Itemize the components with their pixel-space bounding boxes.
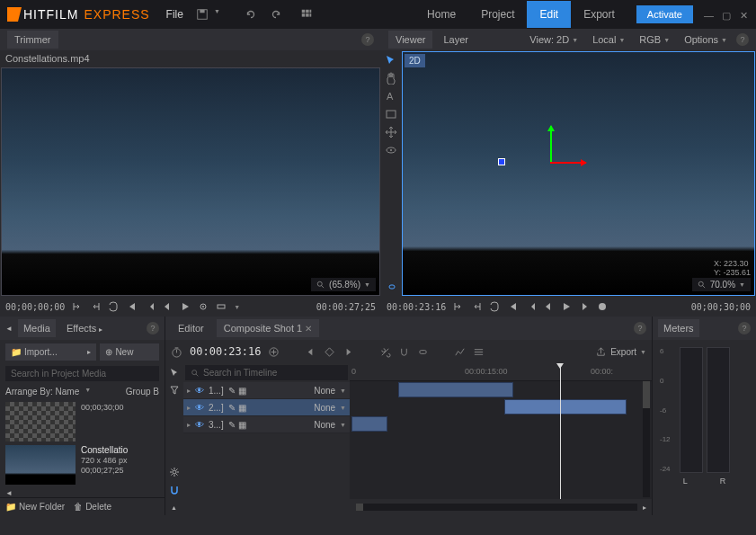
undo-icon[interactable]: [245, 8, 257, 21]
view-mode-dropdown[interactable]: View: 2D▼: [524, 32, 583, 47]
rgb-dropdown[interactable]: RGB▼: [634, 32, 675, 47]
step-back-icon[interactable]: [543, 301, 554, 312]
local-dropdown[interactable]: Local▼: [587, 32, 630, 47]
timeline-track[interactable]: ▸ 👁 3...] ✎▦ None ▼: [183, 416, 350, 433]
close-icon[interactable]: ✕: [740, 10, 749, 19]
zoom-icon[interactable]: [698, 281, 707, 290]
list-view-icon[interactable]: [473, 346, 485, 358]
nav-project[interactable]: Project: [468, 1, 527, 28]
prev-key-icon[interactable]: [305, 346, 316, 358]
collapse-arrow[interactable]: ▲: [171, 504, 177, 511]
new-layer-icon[interactable]: [268, 346, 280, 358]
timeline-ruler[interactable]: 0 00:00:15:00 00:00:: [350, 363, 652, 381]
move-tool-icon[interactable]: [385, 126, 397, 138]
go-start-icon[interactable]: [126, 301, 137, 312]
select-tool-icon[interactable]: [385, 54, 397, 67]
timeline-track[interactable]: ▸ 👁 2...] ✎▦ None ▼: [183, 399, 350, 416]
eye-icon[interactable]: 👁: [195, 403, 204, 413]
timeline-playhead[interactable]: [560, 363, 561, 499]
tab-effects[interactable]: Effects ▸: [61, 319, 109, 337]
out-point-icon[interactable]: [471, 301, 482, 312]
viewer-canvas[interactable]: 2D X: 223.30 Y: -235.61 70.0% ▼: [402, 51, 755, 296]
edit-icon[interactable]: ✎: [228, 420, 236, 430]
help-icon[interactable]: ?: [147, 322, 159, 334]
tab-layer[interactable]: Layer: [436, 31, 476, 49]
timeline-export-button[interactable]: Export▼: [595, 346, 646, 358]
edit-icon[interactable]: ✎: [228, 403, 236, 413]
loop-icon[interactable]: [108, 301, 119, 312]
gizmo-y-axis[interactable]: [550, 126, 552, 162]
editor-timecode[interactable]: 00:00:23:16: [190, 345, 261, 358]
media-item[interactable]: 00;00;30;00: [5, 402, 159, 441]
save-icon[interactable]: [196, 8, 209, 21]
track-expand-arrow[interactable]: ▸: [187, 404, 191, 412]
nav-home[interactable]: Home: [414, 1, 468, 28]
text-tool-icon[interactable]: A: [385, 90, 397, 103]
step-fwd-icon[interactable]: [579, 301, 590, 312]
tab-close-icon[interactable]: ✕: [305, 324, 312, 334]
save-dropdown-arrow[interactable]: ▼: [214, 8, 227, 21]
slice-tool-icon[interactable]: [379, 346, 391, 358]
timeline-clip[interactable]: [351, 416, 387, 432]
timeline-track[interactable]: ▸ 👁 1...] ✎▦ None ▼: [183, 382, 350, 399]
options-icon[interactable]: [198, 301, 209, 312]
minimize-icon[interactable]: —: [704, 10, 713, 19]
nav-export[interactable]: Export: [571, 1, 627, 28]
insert-dropdown-arrow[interactable]: ▼: [234, 304, 240, 310]
arrange-by-dropdown[interactable]: Arrange By: Name: [5, 387, 79, 397]
activate-button[interactable]: Activate: [636, 5, 693, 23]
scroll-left-arrow[interactable]: ◄: [5, 489, 13, 497]
zoom-icon[interactable]: [316, 281, 325, 290]
play-icon[interactable]: [561, 301, 572, 312]
gizmo-handle[interactable]: [498, 158, 505, 165]
media-item[interactable]: Constellatio 720 x 486 px 00;00;27;25: [5, 445, 159, 485]
mask-rect-tool-icon[interactable]: [385, 108, 397, 120]
grid-icon[interactable]: ▦: [238, 386, 246, 396]
tab-media[interactable]: Media: [18, 319, 56, 337]
help-icon[interactable]: ?: [361, 33, 374, 46]
tab-viewer[interactable]: Viewer: [388, 31, 432, 49]
snap-icon[interactable]: [398, 346, 410, 358]
eye-icon[interactable]: 👁: [195, 386, 204, 396]
edit-icon[interactable]: ✎: [228, 386, 236, 396]
tab-meters[interactable]: Meters: [658, 319, 699, 337]
tab-composite-shot[interactable]: Composite Shot 1 ✕: [217, 319, 320, 337]
loop-icon[interactable]: [489, 301, 500, 312]
import-button[interactable]: 📁Import...▸: [5, 343, 96, 361]
maximize-icon[interactable]: ▢: [722, 10, 731, 19]
insert-icon[interactable]: [216, 301, 227, 312]
hand-tool-icon[interactable]: [385, 72, 397, 85]
new-button[interactable]: ⊕New: [100, 343, 159, 361]
help-icon[interactable]: ?: [738, 322, 751, 334]
stopwatch-icon[interactable]: [171, 346, 182, 358]
step-back-icon[interactable]: [162, 301, 173, 312]
prev-frame-icon[interactable]: [525, 301, 536, 312]
new-folder-button[interactable]: 📁New Folder: [5, 502, 65, 512]
timeline-clip[interactable]: [398, 382, 513, 397]
blend-mode-dropdown[interactable]: None: [314, 403, 335, 413]
in-point-icon[interactable]: [72, 301, 83, 312]
scroll-right-arrow[interactable]: ▸: [643, 504, 646, 512]
prev-frame-icon[interactable]: [144, 301, 155, 312]
orbit-tool-icon[interactable]: [385, 144, 397, 156]
value-graph-icon[interactable]: [454, 346, 466, 358]
nav-edit[interactable]: Edit: [527, 1, 571, 28]
delete-button[interactable]: 🗑Delete: [74, 502, 111, 512]
zoom-dropdown-arrow[interactable]: ▼: [739, 281, 745, 288]
timeline-canvas[interactable]: 0 00:00:15:00 00:00:: [350, 363, 652, 499]
timeline-clip[interactable]: [504, 399, 627, 415]
record-icon[interactable]: [597, 301, 608, 312]
out-point-icon[interactable]: [90, 301, 101, 312]
next-key-icon[interactable]: [342, 346, 354, 358]
play-icon[interactable]: [180, 301, 191, 312]
link-icon[interactable]: [385, 281, 397, 293]
group-by-dropdown[interactable]: Group B: [126, 387, 159, 397]
grid-icon[interactable]: ▦: [238, 403, 246, 413]
menu-file[interactable]: File: [166, 8, 183, 21]
filter-icon[interactable]: [169, 385, 180, 396]
blend-mode-dropdown[interactable]: None: [314, 386, 335, 396]
panel-collapse-arrow[interactable]: ◄: [5, 325, 13, 333]
timeline-search-input[interactable]: Search in Timeline: [185, 365, 348, 380]
magnet-icon[interactable]: [169, 485, 180, 495]
layout-grid-icon[interactable]: [300, 8, 313, 21]
